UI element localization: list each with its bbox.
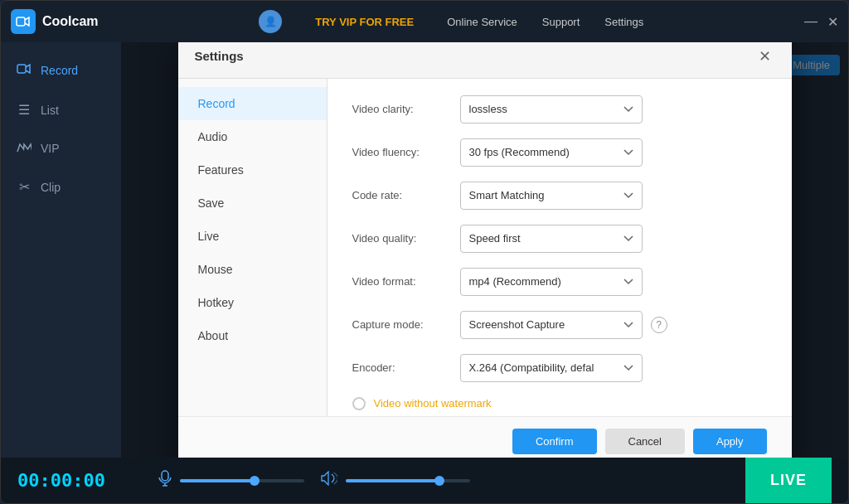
nav-online-service[interactable]: Online Service bbox=[447, 16, 517, 28]
vip-icon bbox=[16, 141, 32, 156]
sidebar: Record ☰ List VIP ✂ Clip bbox=[1, 42, 121, 458]
dialog-header: Settings ✕ bbox=[178, 42, 792, 79]
nav-settings[interactable]: Settings bbox=[604, 16, 643, 28]
mic-slider[interactable] bbox=[180, 479, 304, 482]
label-video-fluency: Video fluency: bbox=[352, 146, 460, 158]
app-area: Multiple Settings ✕ Record bbox=[121, 42, 848, 458]
settings-nav-live[interactable]: Live bbox=[178, 220, 327, 253]
nav-bar: Online Service Support Settings bbox=[447, 16, 643, 28]
label-video-quality: Video quality: bbox=[352, 232, 460, 245]
cancel-button[interactable]: Cancel bbox=[605, 429, 685, 454]
mic-section bbox=[158, 470, 304, 491]
select-video-clarity[interactable]: lossless bbox=[460, 95, 643, 124]
setting-row-video-fluency: Video fluency: 30 fps (Recommend) bbox=[352, 138, 767, 167]
dialog-body: Record Audio Features Save bbox=[178, 79, 792, 416]
setting-row-video-clarity: Video clarity: lossless bbox=[352, 95, 767, 124]
svg-rect-0 bbox=[17, 17, 25, 26]
label-encoder: Encoder: bbox=[352, 361, 460, 374]
setting-row-encoder: Encoder: X.264 (Compatibility, defal bbox=[352, 354, 767, 382]
main-content: Record ☰ List VIP ✂ Clip bbox=[1, 42, 848, 458]
svg-rect-4 bbox=[162, 471, 168, 481]
user-avatar: 👤 bbox=[259, 10, 282, 33]
app-window: Coolcam 👤 TRY VIP FOR FREE Online Servic… bbox=[0, 0, 849, 504]
vip-banner[interactable]: TRY VIP FOR FREE bbox=[315, 16, 414, 28]
sidebar-item-vip[interactable]: VIP bbox=[1, 129, 121, 167]
title-bar-center: 👤 TRY VIP FOR FREE Online Service Suppor… bbox=[99, 10, 804, 33]
app-logo: Coolcam bbox=[11, 9, 99, 34]
sidebar-item-record[interactable]: Record bbox=[1, 51, 121, 90]
clip-icon: ✂ bbox=[16, 179, 32, 195]
select-video-format[interactable]: mp4 (Recommend) bbox=[460, 268, 643, 296]
mic-slider-fill bbox=[180, 479, 255, 482]
select-encoder[interactable]: X.264 (Compatibility, defal bbox=[460, 354, 643, 382]
settings-sidebar: Record Audio Features Save bbox=[178, 79, 327, 416]
setting-row-code-rate: Code rate: Smart Matching bbox=[352, 182, 767, 210]
settings-dialog: Settings ✕ Record Audio bbox=[178, 42, 792, 458]
timer-display: 00:00:00 bbox=[17, 470, 142, 491]
logo-icon bbox=[11, 9, 36, 34]
setting-row-capture-mode: Capture mode: Screenshot Capture ? bbox=[352, 311, 767, 339]
mic-icon bbox=[158, 470, 172, 491]
watermark-row: Video without watermark bbox=[352, 397, 767, 410]
close-button[interactable]: ✕ bbox=[827, 14, 838, 30]
label-video-format: Video format: bbox=[352, 275, 460, 288]
minimize-button[interactable]: — bbox=[804, 14, 817, 29]
nav-support[interactable]: Support bbox=[542, 16, 580, 28]
list-icon: ☰ bbox=[16, 102, 32, 118]
window-controls: — ✕ bbox=[804, 14, 838, 30]
settings-nav-about[interactable]: About bbox=[178, 319, 327, 352]
settings-nav-save[interactable]: Save bbox=[178, 187, 327, 220]
dialog-footer: Confirm Cancel Apply bbox=[178, 416, 792, 458]
dialog-title: Settings bbox=[195, 49, 244, 63]
label-capture-mode: Capture mode: bbox=[352, 318, 460, 331]
sidebar-item-clip[interactable]: ✂ Clip bbox=[1, 167, 121, 206]
apply-button[interactable]: Apply bbox=[693, 429, 767, 454]
vol-section bbox=[321, 471, 470, 490]
settings-nav-record[interactable]: Record bbox=[178, 87, 327, 120]
dialog-close-button[interactable]: ✕ bbox=[755, 46, 775, 66]
settings-nav-hotkey[interactable]: Hotkey bbox=[178, 286, 327, 319]
select-code-rate[interactable]: Smart Matching bbox=[460, 182, 643, 210]
select-video-quality[interactable]: Speed first bbox=[460, 225, 643, 253]
title-bar: Coolcam 👤 TRY VIP FOR FREE Online Servic… bbox=[1, 1, 848, 42]
svg-rect-1 bbox=[17, 65, 26, 73]
sidebar-item-list[interactable]: ☰ List bbox=[1, 90, 121, 129]
label-video-clarity: Video clarity: bbox=[352, 103, 460, 115]
vol-slider-fill bbox=[346, 479, 439, 482]
settings-nav-features[interactable]: Features bbox=[178, 153, 327, 187]
sidebar-label-vip: VIP bbox=[41, 142, 60, 155]
sidebar-label-list: List bbox=[41, 104, 59, 117]
watermark-radio[interactable] bbox=[352, 397, 366, 410]
select-video-fluency[interactable]: 30 fps (Recommend) bbox=[460, 138, 643, 167]
sidebar-label-clip: Clip bbox=[41, 181, 61, 194]
volume-icon bbox=[321, 471, 337, 490]
watermark-label[interactable]: Video without watermark bbox=[374, 397, 492, 410]
live-button[interactable]: LIVE bbox=[745, 458, 832, 503]
vol-slider[interactable] bbox=[346, 479, 470, 482]
bottom-bar: 00:00:00 bbox=[1, 458, 848, 503]
settings-content: Video clarity: lossless Video fluency: 3… bbox=[327, 79, 792, 416]
capture-mode-help-icon[interactable]: ? bbox=[651, 317, 667, 333]
record-icon bbox=[16, 62, 32, 79]
dialog-overlay: Settings ✕ Record Audio bbox=[121, 42, 848, 458]
settings-nav-mouse[interactable]: Mouse bbox=[178, 253, 327, 286]
vol-slider-thumb bbox=[434, 476, 444, 486]
mic-slider-thumb bbox=[250, 476, 260, 486]
select-capture-mode[interactable]: Screenshot Capture bbox=[460, 311, 643, 339]
confirm-button[interactable]: Confirm bbox=[512, 429, 597, 454]
label-code-rate: Code rate: bbox=[352, 189, 460, 201]
setting-row-video-format: Video format: mp4 (Recommend) bbox=[352, 268, 767, 296]
app-title: Coolcam bbox=[42, 14, 99, 29]
setting-row-video-quality: Video quality: Speed first bbox=[352, 225, 767, 253]
sidebar-label-record: Record bbox=[41, 64, 78, 77]
settings-nav-audio[interactable]: Audio bbox=[178, 120, 327, 153]
